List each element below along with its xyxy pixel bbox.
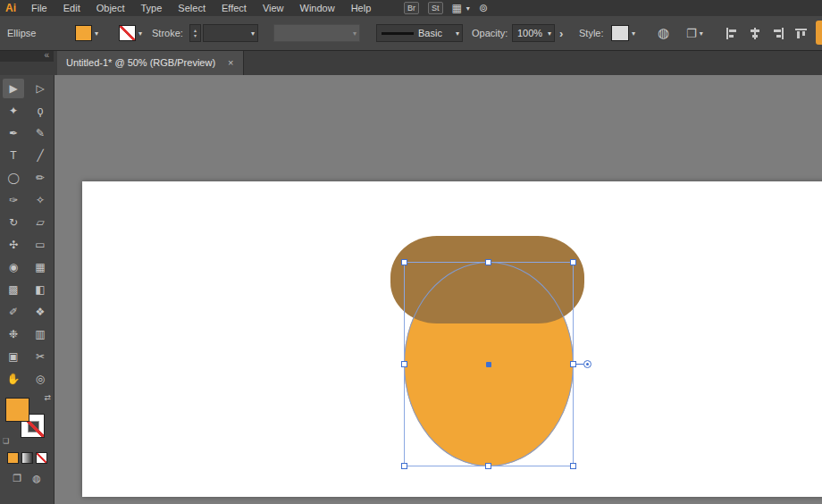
zoom-tool[interactable]: ◎ — [29, 369, 51, 389]
style-swatch[interactable] — [611, 25, 629, 41]
chevron-down-icon: ▾ — [632, 29, 635, 38]
chevron-down-icon: ▾ — [95, 29, 98, 38]
menu-type[interactable]: Type — [133, 0, 171, 16]
chevron-down-icon: ▾ — [251, 29, 255, 38]
fill-color-picker[interactable]: ▾ — [75, 24, 98, 42]
stock-button[interactable]: St — [428, 2, 443, 14]
gradient-mode-button[interactable] — [21, 452, 33, 464]
selection-handle-middle-right[interactable] — [570, 361, 576, 367]
align-horizontal-center-button[interactable] — [747, 25, 763, 41]
hand-tool[interactable]: ✋ — [3, 369, 24, 389]
menu-effect[interactable]: Effect — [214, 0, 255, 16]
tool-grid: ▶▷✦ϙ✒✎T╱◯✏✑✧↻▱✣▭◉▦▩◧✐❖❉▥▣✂✋◎ — [0, 77, 54, 390]
opacity-panel-chevron[interactable]: › — [559, 27, 563, 40]
menu-view[interactable]: View — [255, 0, 292, 16]
chevron-down-icon: ▾ — [466, 4, 470, 13]
shape-builder-tool[interactable]: ◉ — [3, 257, 24, 277]
menu-object[interactable]: Object — [88, 0, 133, 16]
style-label: Style: — [579, 28, 604, 38]
swap-fill-stroke-icon[interactable]: ⇄ — [44, 393, 51, 402]
stroke-color-picker[interactable]: ▾ — [119, 24, 142, 42]
align-horizontal-right-button[interactable] — [770, 25, 786, 41]
illustrator-window: Ai File Edit Object Type Select Effect V… — [0, 0, 822, 504]
type-tool[interactable]: T — [3, 146, 24, 165]
line-segment-tool[interactable]: ╱ — [29, 146, 51, 165]
align-horizontal-left-button[interactable] — [724, 25, 740, 41]
rotate-tool[interactable]: ↻ — [3, 213, 24, 232]
selection-handle-middle-left[interactable] — [401, 361, 407, 367]
document-tab-title: Untitled-1* @ 50% (RGB/Preview) — [66, 57, 215, 68]
menu-select[interactable]: Select — [170, 0, 214, 16]
perspective-grid-tool[interactable]: ▦ — [29, 257, 51, 277]
document-tab[interactable]: Untitled-1* @ 50% (RGB/Preview) × — [57, 50, 244, 75]
menu-file[interactable]: File — [23, 0, 55, 16]
mesh-tool[interactable]: ▩ — [3, 280, 24, 299]
artboard-tool[interactable]: ▣ — [3, 347, 24, 366]
screen-mode-icon[interactable]: ◍ — [32, 473, 41, 484]
curvature-tool[interactable]: ✎ — [29, 123, 51, 143]
selection-center-point[interactable] — [486, 362, 491, 367]
transform-widget-handle[interactable] — [583, 360, 591, 368]
paintbrush-tool[interactable]: ✏ — [29, 168, 51, 188]
pasteboard — [54, 75, 822, 504]
panel-collapse-strip[interactable]: « — [0, 50, 54, 62]
selection-handle-top-center[interactable] — [485, 259, 491, 265]
width-tool[interactable]: ✣ — [3, 235, 24, 255]
column-graph-tool[interactable]: ▥ — [29, 324, 51, 344]
menu-help[interactable]: Help — [343, 0, 380, 16]
chevron-down-icon: ▾ — [548, 29, 551, 38]
bridge-button[interactable]: Br — [404, 2, 419, 14]
free-transform-tool[interactable]: ▭ — [29, 235, 51, 255]
selection-handle-bottom-left[interactable] — [401, 463, 407, 469]
gradient-tool[interactable]: ◧ — [29, 280, 51, 299]
menu-edit[interactable]: Edit — [55, 0, 88, 16]
opacity-label[interactable]: Opacity: — [472, 28, 507, 38]
stepper-down-icon[interactable]: ▾ — [194, 33, 197, 38]
menu-window[interactable]: Window — [292, 0, 343, 16]
fill-swatch[interactable] — [75, 25, 92, 41]
chevron-down-icon: ▾ — [700, 29, 703, 38]
align-vertical-top-button[interactable] — [793, 25, 809, 41]
fill-indicator[interactable] — [5, 398, 29, 422]
opacity-value: 100% — [517, 28, 542, 38]
default-fill-stroke-icon[interactable]: ❏ — [3, 437, 9, 445]
symbol-sprayer-tool[interactable]: ❉ — [3, 324, 24, 344]
ellipse-tool[interactable]: ◯ — [3, 168, 24, 188]
eyedropper-tool[interactable]: ✐ — [3, 302, 24, 322]
document-tab-bar: « Untitled-1* @ 50% (RGB/Preview) × — [0, 50, 822, 75]
selection-handle-top-right[interactable] — [570, 259, 576, 265]
workspace-switcher[interactable]: ▦ ▾ — [452, 2, 470, 14]
stroke-none-swatch[interactable] — [119, 25, 136, 41]
stroke-weight-combo[interactable]: ▾ — [203, 24, 258, 42]
selection-handle-bottom-center[interactable] — [485, 463, 491, 469]
selection-handle-top-left[interactable] — [401, 259, 407, 265]
pencil-tool[interactable]: ✑ — [3, 190, 24, 210]
stroke-weight-stepper[interactable]: ▴ ▾ — [189, 24, 201, 42]
stock-search-icon[interactable]: ⊚ — [479, 2, 488, 14]
shaper-tool[interactable]: ✧ — [29, 190, 51, 210]
magic-wand-tool[interactable]: ✦ — [3, 101, 24, 121]
pen-tool[interactable]: ✒ — [3, 123, 24, 143]
opacity-combo[interactable]: 100% ▾ — [512, 24, 555, 42]
style-picker[interactable]: ▾ — [611, 24, 635, 42]
draw-mode-icon[interactable]: ❐ — [13, 473, 21, 484]
scale-tool[interactable]: ▱ — [29, 213, 51, 232]
globe-icon[interactable]: ◍ — [658, 25, 669, 41]
document-setup-control[interactable]: ❐ ▾ — [686, 24, 703, 42]
selection-tool[interactable]: ▶ — [3, 79, 24, 98]
blend-tool[interactable]: ❖ — [29, 302, 51, 322]
close-icon[interactable]: × — [228, 57, 233, 68]
none-mode-button[interactable] — [36, 452, 47, 464]
chevron-down-icon: ▾ — [456, 29, 459, 38]
align-controls — [724, 24, 809, 42]
selection-handle-bottom-right[interactable] — [570, 463, 576, 469]
direct-selection-tool[interactable]: ▷ — [29, 79, 51, 98]
slice-tool[interactable]: ✂ — [29, 347, 51, 366]
collapsed-panel-strip[interactable] — [816, 21, 822, 45]
color-mode-button[interactable] — [7, 452, 19, 464]
stroke-label[interactable]: Stroke: — [152, 28, 183, 38]
stroke-profile-combo[interactable]: Basic ▾ — [376, 24, 463, 42]
lasso-tool[interactable]: ϙ — [29, 101, 51, 121]
context-label: Ellipse — [7, 28, 36, 38]
color-mode-buttons — [7, 452, 47, 464]
